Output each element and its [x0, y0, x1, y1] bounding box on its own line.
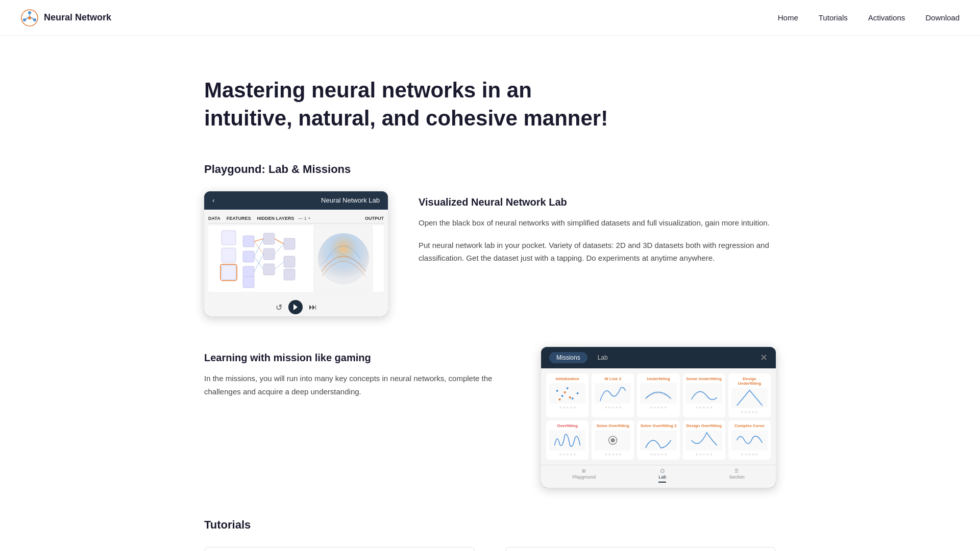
svg-line-7	[31, 17, 34, 19]
svg-line-25	[254, 257, 263, 269]
lab-network-viz	[208, 226, 384, 292]
lab-row: ‹ Neural Network Lab DATA FEATURES HIDDE…	[204, 191, 776, 316]
svg-rect-28	[284, 269, 295, 280]
mission-card-10[interactable]: Complex Curve ★★★★★	[728, 420, 771, 460]
svg-rect-10	[222, 231, 236, 245]
svg-rect-18	[263, 233, 275, 244]
lab-description: Visualized Neural Network Lab Open the b…	[419, 191, 776, 265]
svg-line-31	[275, 262, 284, 269]
svg-marker-34	[293, 304, 298, 310]
tutorials-section: Tutorials At this point, we have got a n…	[204, 518, 776, 551]
missions-row: Missions Lab ✕ Initialization	[204, 347, 776, 488]
nav-section[interactable]: ☰ Section	[729, 468, 744, 483]
mission-card-3[interactable]: Underfitting ★★★★★	[637, 373, 679, 417]
svg-point-37	[567, 387, 569, 389]
nav-links: Home Tutorials Activations Download	[778, 13, 960, 22]
missions-tab[interactable]: Missions	[549, 352, 587, 363]
restart-button[interactable]: ↺	[276, 303, 282, 312]
svg-rect-26	[284, 238, 295, 249]
brand-name: Neural Network	[44, 12, 111, 23]
missions-tabs: Missions Lab	[549, 352, 615, 363]
playground-section-title: Playgound: Lab & Missions	[204, 163, 776, 176]
nav-home[interactable]: Home	[778, 13, 798, 22]
svg-point-40	[559, 398, 561, 400]
svg-line-24	[254, 241, 263, 254]
mission-card-9[interactable]: Design Overfitting ★★★★★	[683, 420, 725, 460]
tutorials-row: At this point, we have got a neural netw…	[204, 547, 776, 551]
nav-download[interactable]: Download	[925, 13, 960, 22]
nav-lab[interactable]: ⬡ Lab	[658, 468, 666, 483]
svg-point-41	[564, 391, 566, 393]
missions-grid: Initialization	[541, 368, 776, 465]
missions-header: Missions Lab ✕	[541, 347, 776, 368]
svg-rect-14	[243, 236, 254, 247]
svg-point-42	[569, 396, 571, 398]
mission-card-7[interactable]: Solve Overfitting ★★★★★	[592, 420, 634, 460]
navbar: Neural Network Home Tutorials Activation…	[0, 0, 980, 36]
tutorial-chart-preview: 3. Finally, the following functions can …	[505, 547, 776, 551]
svg-rect-27	[284, 256, 295, 267]
tutorials-section-title: Tutorials	[204, 518, 776, 532]
lab-mockup: ‹ Neural Network Lab DATA FEATURES HIDDE…	[204, 191, 388, 316]
svg-rect-16	[243, 266, 254, 278]
svg-line-29	[275, 239, 284, 244]
brand[interactable]: Neural Network	[20, 9, 111, 27]
nav-playground[interactable]: ⊞ Playground	[573, 468, 596, 483]
svg-point-38	[572, 397, 574, 399]
svg-rect-12	[222, 265, 236, 280]
lab-body: DATA FEATURES HIDDEN LAYERS — 1 + OUTPUT	[204, 210, 388, 296]
missions-bottom-nav: ⊞ Playground ⬡ Lab ☰ Section	[541, 465, 776, 488]
nav-activations[interactable]: Activations	[868, 13, 905, 22]
svg-point-36	[561, 395, 564, 397]
missions-mockup: Missions Lab ✕ Initialization	[541, 347, 776, 488]
svg-point-1	[28, 11, 31, 14]
mission-card-4[interactable]: Some Underfitting ★★★★★	[683, 373, 725, 417]
lab-tab[interactable]: Lab	[591, 352, 615, 363]
svg-point-33	[318, 233, 369, 284]
missions-description: Learning with mission like gaming In the…	[204, 347, 510, 398]
mission-card-8[interactable]: Solve Overfitting 2 ★★★★★	[637, 420, 679, 460]
svg-line-6	[26, 17, 29, 19]
lab-description-text1: Open the black box of neural networks wi…	[419, 216, 776, 230]
svg-point-4	[28, 16, 31, 19]
svg-rect-20	[263, 264, 275, 275]
tutorial-code-preview: At this point, we have got a neural netw…	[204, 547, 475, 551]
missions-feature-title: Learning with mission like gaming	[204, 352, 510, 364]
lab-header: ‹ Neural Network Lab	[204, 191, 388, 210]
lab-description-text2: Put neural network lab in your pocket. V…	[419, 239, 776, 265]
nav-tutorials[interactable]: Tutorials	[819, 13, 848, 22]
lab-controls: ↺ ⏭	[204, 296, 388, 316]
play-button[interactable]	[288, 300, 303, 314]
mission-card-2[interactable]: W Line 2 ★★★★★	[592, 373, 634, 417]
svg-rect-11	[222, 248, 236, 262]
svg-rect-17	[243, 277, 254, 288]
svg-rect-15	[243, 251, 254, 262]
lab-sections: DATA FEATURES HIDDEN LAYERS — 1 + OUTPUT	[208, 214, 384, 223]
mission-card-1[interactable]: Initialization	[546, 373, 589, 417]
main-content: Mastering neural networks in an intuitiv…	[184, 36, 796, 551]
hero-title: Mastering neural networks in an intuitiv…	[204, 77, 612, 132]
close-icon[interactable]: ✕	[760, 352, 768, 363]
skip-button[interactable]: ⏭	[309, 303, 317, 312]
missions-description-text: In the missions, you will run into many …	[204, 372, 510, 398]
mission-card-6[interactable]: Overfitting ★★★★★	[546, 420, 589, 460]
svg-point-39	[577, 392, 579, 394]
mission-card-5[interactable]: Design Underfitting ★★★★★	[728, 373, 771, 417]
svg-rect-19	[263, 248, 275, 260]
svg-point-35	[556, 390, 558, 392]
back-button[interactable]: ‹	[212, 196, 214, 204]
lab-feature-title: Visualized Neural Network Lab	[419, 196, 776, 208]
logo-icon	[20, 9, 39, 27]
lab-title-text: Neural Network Lab	[321, 196, 380, 204]
svg-point-44	[611, 438, 615, 442]
svg-line-30	[275, 244, 284, 254]
